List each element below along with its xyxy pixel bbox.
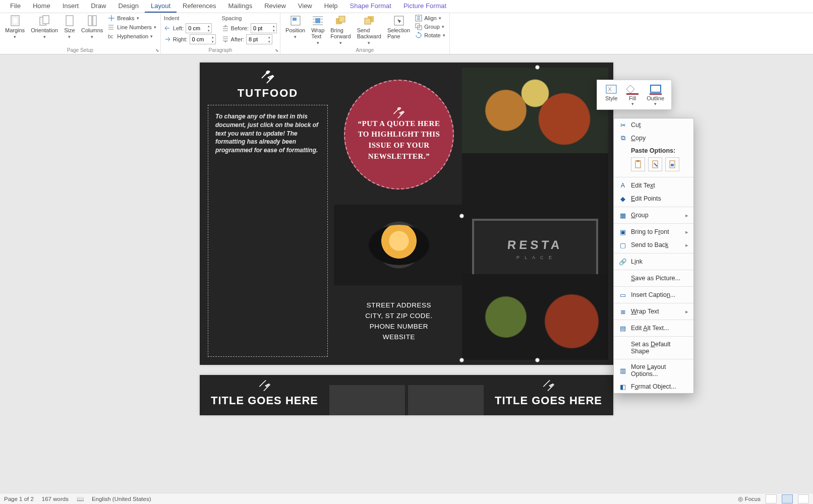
- spacing-before-label: Before:: [231, 25, 249, 31]
- svg-rect-3: [43, 16, 49, 24]
- hyphenation-button[interactable]: bcHyphenation▾: [107, 32, 157, 40]
- align-label: Align: [424, 15, 436, 21]
- bring-forward-label: Bring Forward: [330, 27, 351, 39]
- bring-forward-button[interactable]: Bring Forward▾: [328, 14, 353, 46]
- tab-mailings[interactable]: Mailings: [222, 0, 259, 13]
- tab-insert[interactable]: Insert: [56, 0, 85, 13]
- paragraph-group-label: Paragraph: [164, 47, 277, 53]
- orientation-icon: [39, 15, 50, 26]
- rotate-label: Rotate: [424, 32, 440, 38]
- paragraph-dialog-launcher[interactable]: ⬊: [275, 48, 279, 53]
- breaks-button[interactable]: Breaks▾: [107, 14, 157, 22]
- group-icon: [415, 23, 422, 30]
- spacing-before-input[interactable]: ▴▾: [251, 23, 277, 33]
- size-button[interactable]: Size▾: [62, 14, 77, 40]
- indent-left-icon: [164, 25, 171, 32]
- rotate-icon: [415, 32, 422, 39]
- tab-file[interactable]: File: [4, 0, 27, 13]
- arrange-group-label: Arrange: [283, 47, 446, 53]
- position-button[interactable]: Position▾: [283, 14, 307, 40]
- bring-forward-icon: [335, 15, 346, 26]
- orientation-label: Orientation: [31, 27, 58, 33]
- indent-left-input[interactable]: ▴▾: [186, 23, 212, 33]
- ribbon-tabs: File Home Insert Draw Design Layout Refe…: [0, 0, 813, 13]
- hyphenation-label: Hyphenation: [117, 33, 148, 39]
- selection-pane-icon: [393, 15, 404, 26]
- send-backward-label: Send Backward: [357, 27, 381, 39]
- tab-view[interactable]: View: [292, 0, 318, 13]
- line-numbers-button[interactable]: Line Numbers▾: [107, 23, 157, 31]
- size-icon: [64, 15, 75, 26]
- selection-pane-button[interactable]: Selection Pane: [385, 14, 412, 40]
- svg-rect-4: [66, 16, 73, 26]
- size-label: Size: [64, 27, 75, 33]
- align-button[interactable]: Align▾: [414, 14, 446, 22]
- group-arrange: Position▾ Wrap Text▾ Bring Forward▾ Send…: [280, 13, 450, 54]
- orientation-button[interactable]: Orientation▾: [29, 14, 60, 40]
- tab-review[interactable]: Review: [258, 0, 292, 13]
- group-button[interactable]: Group▾: [414, 23, 446, 31]
- indent-header: Indent: [164, 15, 216, 21]
- group-paragraph: Indent Left: ▴▾ Right: ▴▾ Spacing Before…: [161, 13, 280, 54]
- ribbon: Margins▾ Orientation▾ Size▾ Columns▾ Bre…: [0, 13, 813, 54]
- wrap-text-icon: [312, 15, 323, 26]
- hyphenation-icon: bc: [108, 33, 115, 40]
- svg-rect-14: [365, 18, 371, 24]
- columns-icon: [87, 15, 98, 26]
- indent-right-label: Right:: [173, 36, 188, 42]
- svg-rect-5: [88, 16, 92, 26]
- spacing-after-input[interactable]: ▴▾: [246, 34, 272, 44]
- columns-button[interactable]: Columns▾: [79, 14, 105, 40]
- svg-rect-1: [13, 17, 18, 24]
- spacing-header: Spacing: [222, 15, 277, 21]
- line-numbers-icon: [108, 24, 115, 31]
- position-label: Position: [285, 27, 305, 33]
- tab-help[interactable]: Help: [318, 0, 344, 13]
- tab-shape-format[interactable]: Shape Format: [344, 0, 397, 13]
- page-setup-dialog-launcher[interactable]: ⬊: [155, 48, 159, 53]
- svg-rect-12: [339, 16, 345, 22]
- spacing-after-icon: [222, 36, 229, 43]
- rotate-button[interactable]: Rotate▾: [414, 31, 446, 39]
- svg-rect-10: [315, 18, 320, 23]
- wrap-text-label: Wrap Text: [311, 27, 324, 39]
- svg-rect-9: [293, 18, 297, 21]
- indent-left-label: Left:: [173, 25, 184, 31]
- position-icon: [290, 15, 301, 26]
- align-icon: [415, 15, 422, 22]
- tab-picture-format[interactable]: Picture Format: [397, 0, 452, 13]
- selection-pane-label: Selection Pane: [387, 27, 410, 39]
- breaks-label: Breaks: [117, 15, 134, 21]
- indent-right-input[interactable]: ▴▾: [190, 34, 216, 44]
- margins-label: Margins: [5, 27, 25, 33]
- wrap-text-button[interactable]: Wrap Text▾: [309, 14, 326, 46]
- svg-rect-6: [93, 16, 96, 26]
- breaks-icon: [108, 15, 115, 22]
- tab-references[interactable]: References: [177, 0, 222, 13]
- columns-label: Columns: [81, 27, 103, 33]
- tab-design[interactable]: Design: [112, 0, 145, 13]
- send-backward-button[interactable]: Send Backward▾: [355, 14, 383, 46]
- indent-right-icon: [164, 36, 171, 43]
- page-setup-group-label: Page Setup: [3, 47, 157, 53]
- tab-layout[interactable]: Layout: [145, 0, 177, 13]
- group-page-setup: Margins▾ Orientation▾ Size▾ Columns▾ Bre…: [0, 13, 161, 54]
- svg-text:bc: bc: [108, 34, 113, 39]
- tab-draw[interactable]: Draw: [85, 0, 112, 13]
- spacing-after-label: After:: [231, 36, 244, 42]
- group-label: Group: [424, 24, 440, 30]
- spacing-before-icon: [222, 25, 229, 32]
- tab-home[interactable]: Home: [27, 0, 56, 13]
- margins-icon: [10, 15, 21, 26]
- margins-button[interactable]: Margins▾: [3, 14, 27, 40]
- send-backward-icon: [364, 15, 375, 26]
- line-numbers-label: Line Numbers: [117, 24, 151, 30]
